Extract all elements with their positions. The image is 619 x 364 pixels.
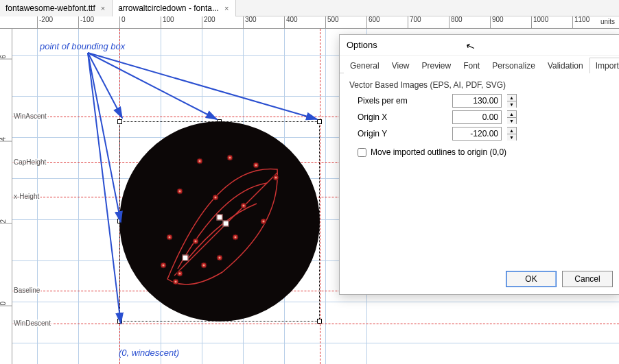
- svg-line-2: [88, 53, 317, 119]
- file-tab-bar: fontawesome-webfont.ttf × arrowaltcircle…: [0, 0, 619, 16]
- metric-label: WinDescent: [12, 319, 52, 327]
- file-tab-label: arrowaltcircledown - fonta...: [118, 3, 219, 13]
- ruler-tick: 100: [161, 16, 174, 29]
- file-tab-1[interactable]: fontawesome-webfont.ttf ×: [0, 0, 113, 16]
- chevron-down-icon: ▼: [507, 118, 516, 124]
- ruler-tick: 900: [490, 16, 504, 29]
- svg-line-1: [88, 53, 217, 119]
- tab-preview[interactable]: Preview: [416, 58, 458, 73]
- options-dialog: Options General View Preview Font Person…: [339, 34, 619, 295]
- origin-x-input[interactable]: [452, 110, 502, 124]
- chevron-down-icon: ▼: [507, 134, 516, 141]
- ruler-tick: -200: [37, 16, 53, 29]
- tab-import[interactable]: Import: [589, 58, 619, 73]
- tab-general[interactable]: General: [344, 58, 386, 73]
- dialog-title: Options: [340, 35, 619, 56]
- ruler-tick: 1000: [531, 16, 548, 29]
- tab-font[interactable]: Font: [457, 58, 486, 73]
- tab-view[interactable]: View: [386, 58, 416, 73]
- ruler-tick: 4: [0, 137, 12, 142]
- ruler-horizontal: -200 -100 0 100 200 300 400 500 600 700 …: [0, 16, 619, 29]
- origin-y-input[interactable]: [452, 127, 502, 141]
- annotation-text: (0, windescent): [119, 348, 179, 358]
- annotation-text: point of bounding box: [40, 41, 125, 51]
- spinner[interactable]: ▲▼: [507, 94, 517, 108]
- field-label: Origin X: [358, 112, 447, 122]
- svg-line-0: [88, 53, 122, 118]
- metric-label: x-Height: [12, 193, 40, 200]
- chevron-up-icon: ▲: [507, 128, 516, 134]
- chevron-up-icon: ▲: [507, 111, 516, 118]
- ruler-tick: 700: [408, 16, 421, 29]
- metric-label: WinAscent: [12, 112, 48, 120]
- ok-button[interactable]: OK: [506, 271, 557, 287]
- tab-validation[interactable]: Validation: [541, 58, 589, 73]
- bbox-handle[interactable]: [117, 319, 122, 324]
- pixels-per-em-input[interactable]: [452, 94, 502, 108]
- file-tab-label: fontawesome-webfont.ttf: [5, 3, 95, 13]
- metric-label: CapHeight: [12, 158, 47, 166]
- bbox-handle[interactable]: [317, 119, 322, 124]
- bbox-handle[interactable]: [317, 319, 322, 324]
- close-icon[interactable]: ×: [100, 4, 106, 12]
- glyph-shape[interactable]: [119, 121, 320, 321]
- svg-line-4: [88, 53, 121, 324]
- ruler-tick: 0: [119, 16, 126, 29]
- cancel-button[interactable]: Cancel: [562, 271, 613, 287]
- ruler-tick: 500: [325, 16, 339, 29]
- ruler-tick: 1100: [572, 16, 589, 29]
- field-label: Pixels per em: [358, 96, 447, 106]
- ruler-tick: 200: [202, 16, 215, 29]
- spinner[interactable]: ▲▼: [507, 127, 517, 141]
- tab-personalize[interactable]: Personalize: [486, 58, 541, 73]
- chevron-down-icon: ▼: [507, 101, 516, 108]
- move-to-origin-checkbox[interactable]: [358, 148, 366, 157]
- close-icon[interactable]: ×: [223, 4, 230, 12]
- ruler-tick: 6: [0, 55, 12, 60]
- spinner[interactable]: ▲▼: [507, 110, 517, 124]
- field-label: Origin Y: [358, 129, 447, 138]
- options-tabs: General View Preview Font Personalize Va…: [340, 56, 619, 73]
- ruler-tick: 400: [284, 16, 298, 29]
- ruler-tick: 300: [243, 16, 257, 29]
- ruler-tick: 0: [0, 302, 12, 306]
- ruler-tick: 2: [0, 219, 12, 224]
- ruler-tick: 600: [366, 16, 380, 29]
- bbox-handle[interactable]: [117, 119, 122, 124]
- group-label: Vector Based Images (EPS, AI, PDF, SVG): [349, 80, 610, 90]
- guide-win-descent[interactable]: [12, 324, 619, 324]
- checkbox-label: Move imported outlines to origin (0,0): [371, 147, 506, 157]
- chevron-up-icon: ▲: [507, 95, 516, 101]
- ruler-vertical: 6 4 2 0: [0, 29, 12, 364]
- metric-label: Baseline: [12, 287, 41, 294]
- ruler-tick: -100: [78, 16, 94, 29]
- file-tab-2[interactable]: arrowaltcircledown - fonta... ×: [113, 0, 236, 16]
- ruler-units-label: units: [600, 18, 615, 25]
- ruler-tick: 800: [449, 16, 463, 29]
